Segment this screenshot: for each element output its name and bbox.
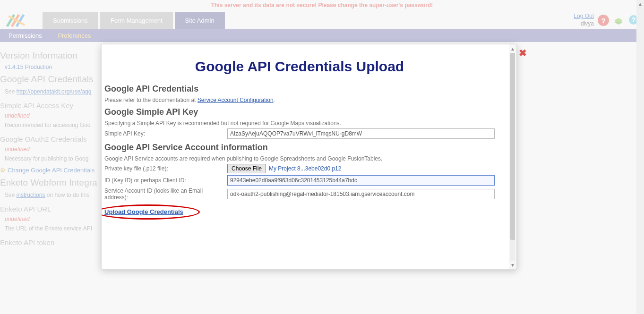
private-key-label: Private key file (.p12 file):	[104, 165, 227, 172]
user-links: Log Out divya	[574, 13, 594, 27]
modal-svc-heading: Google API Service Account information	[104, 143, 495, 153]
security-warning: This server and its data are not secure!…	[0, 0, 644, 10]
close-icon[interactable]: ✖	[519, 47, 527, 59]
simple-api-key-input[interactable]	[227, 128, 495, 139]
sub-nav: Permissions Preferences	[0, 29, 644, 42]
logout-link[interactable]: Log Out	[574, 13, 594, 19]
svg-text:?: ?	[632, 16, 636, 24]
page-scroll-up-icon[interactable]: ▲	[636, 0, 644, 8]
modal-simple-heading: Google Simple API Key	[104, 107, 495, 117]
service-account-config-link[interactable]: Service Account Configuration	[197, 97, 274, 103]
username: divya	[581, 20, 594, 27]
service-account-id-input[interactable]	[227, 189, 495, 199]
upload-credentials-button[interactable]: Upload Google Credentials	[104, 208, 183, 215]
scroll-down-icon[interactable]: ▼	[509, 262, 516, 268]
header: Submissions Form Management Site Admin L…	[0, 10, 644, 29]
main-tabs: Submissions Form Management Site Admin	[43, 12, 227, 29]
key-id-input[interactable]	[227, 175, 495, 186]
help-icon[interactable]: ?	[598, 15, 609, 26]
gear-icon: ⚙	[0, 167, 6, 174]
credentials-upload-modal: Google API Credentials Upload Google API…	[101, 44, 517, 270]
key-id-label: ID (Key ID) or perhaps Client ID:	[104, 177, 227, 184]
enketo-instructions-link[interactable]: instructions	[17, 192, 45, 198]
scroll-thumb[interactable]	[510, 53, 515, 240]
scroll-track[interactable]	[510, 53, 515, 261]
modal-scrollbar[interactable]: ▲ ▼	[509, 44, 516, 269]
choose-file-button[interactable]: Choose File	[227, 164, 266, 173]
scroll-up-icon[interactable]: ▲	[509, 45, 516, 52]
page-scrollbar[interactable]: ▲	[636, 0, 644, 314]
tab-submissions[interactable]: Submissions	[43, 12, 98, 29]
tab-form-management[interactable]: Form Management	[100, 12, 173, 29]
modal-title: Google API Credentials Upload	[104, 59, 495, 75]
tab-site-admin[interactable]: Site Admin	[175, 12, 225, 29]
chosen-filename: My Project 8...3ebe02d0.p12	[269, 165, 341, 172]
modal-simple-desc: Specifying a Simple API Key is recommend…	[104, 120, 495, 127]
simple-api-key-label: Simple API Key:	[104, 130, 227, 137]
service-account-id-label: Service Account ID (looks like an Email …	[104, 187, 227, 201]
app-logo	[5, 12, 28, 29]
gac-doc-link[interactable]: http://opendatakit.org/use/agg	[17, 88, 92, 95]
change-credentials-link[interactable]: Change Google API Credentials	[8, 167, 94, 174]
book-icon[interactable]	[613, 14, 624, 27]
subnav-permissions[interactable]: Permissions	[9, 32, 42, 39]
subnav-preferences[interactable]: Preferences	[58, 32, 91, 39]
modal-svc-desc: Google API Service accounts are required…	[104, 155, 495, 162]
modal-gac-heading: Google API Credentials	[104, 84, 495, 94]
